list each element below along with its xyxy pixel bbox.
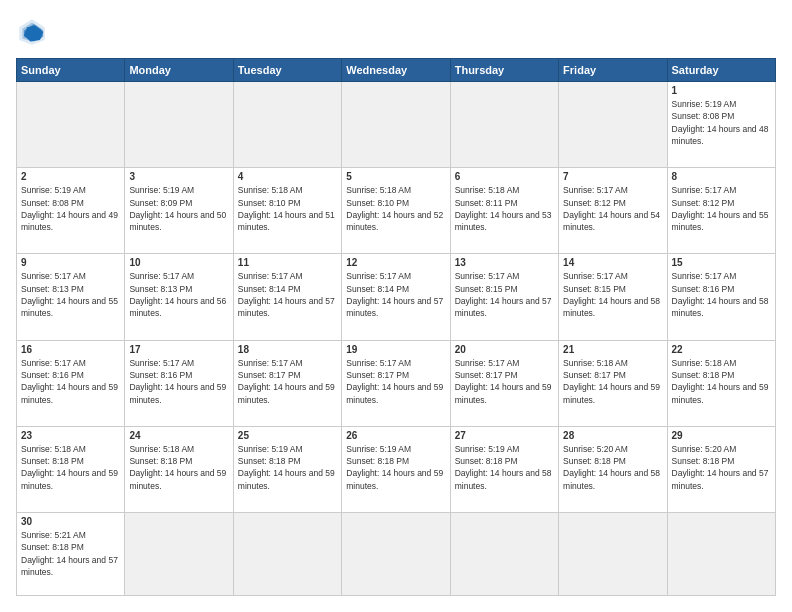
table-cell: 15Sunrise: 5:17 AMSunset: 8:16 PMDayligh…: [667, 254, 775, 340]
sunrise-label: Sunrise: 5:18 AM: [238, 185, 303, 195]
day-info: Sunrise: 5:17 AMSunset: 8:16 PMDaylight:…: [21, 357, 120, 406]
daylight-label: Daylight: 14 hours and 55 minutes.: [21, 296, 118, 318]
sunrise-label: Sunrise: 5:18 AM: [346, 185, 411, 195]
sunrise-label: Sunrise: 5:17 AM: [672, 185, 737, 195]
day-number: 26: [346, 430, 445, 441]
sunset-label: Sunset: 8:13 PM: [21, 284, 84, 294]
header-wednesday: Wednesday: [342, 59, 450, 82]
table-cell: 5Sunrise: 5:18 AMSunset: 8:10 PMDaylight…: [342, 168, 450, 254]
daylight-label: Daylight: 14 hours and 49 minutes.: [21, 210, 118, 232]
day-info: Sunrise: 5:19 AMSunset: 8:09 PMDaylight:…: [129, 184, 228, 233]
day-info: Sunrise: 5:18 AMSunset: 8:10 PMDaylight:…: [238, 184, 337, 233]
day-number: 2: [21, 171, 120, 182]
day-number: 6: [455, 171, 554, 182]
table-cell: 25Sunrise: 5:19 AMSunset: 8:18 PMDayligh…: [233, 426, 341, 512]
sunset-label: Sunset: 8:13 PM: [129, 284, 192, 294]
sunset-label: Sunset: 8:17 PM: [238, 370, 301, 380]
table-cell: [342, 82, 450, 168]
sunset-label: Sunset: 8:18 PM: [672, 456, 735, 466]
sunrise-label: Sunrise: 5:19 AM: [672, 99, 737, 109]
daylight-label: Daylight: 14 hours and 59 minutes.: [346, 382, 443, 404]
header-monday: Monday: [125, 59, 233, 82]
table-cell: 27Sunrise: 5:19 AMSunset: 8:18 PMDayligh…: [450, 426, 558, 512]
sunrise-label: Sunrise: 5:19 AM: [455, 444, 520, 454]
day-info: Sunrise: 5:17 AMSunset: 8:12 PMDaylight:…: [563, 184, 662, 233]
table-cell: 14Sunrise: 5:17 AMSunset: 8:15 PMDayligh…: [559, 254, 667, 340]
sunset-label: Sunset: 8:16 PM: [21, 370, 84, 380]
daylight-label: Daylight: 14 hours and 59 minutes.: [129, 382, 226, 404]
day-number: 15: [672, 257, 771, 268]
sunset-label: Sunset: 8:16 PM: [129, 370, 192, 380]
table-cell: 23Sunrise: 5:18 AMSunset: 8:18 PMDayligh…: [17, 426, 125, 512]
table-cell: 3Sunrise: 5:19 AMSunset: 8:09 PMDaylight…: [125, 168, 233, 254]
calendar-row: 2Sunrise: 5:19 AMSunset: 8:08 PMDaylight…: [17, 168, 776, 254]
sunrise-label: Sunrise: 5:17 AM: [455, 358, 520, 368]
day-info: Sunrise: 5:18 AMSunset: 8:10 PMDaylight:…: [346, 184, 445, 233]
day-number: 7: [563, 171, 662, 182]
day-info: Sunrise: 5:19 AMSunset: 8:08 PMDaylight:…: [672, 98, 771, 147]
table-cell: [450, 82, 558, 168]
day-info: Sunrise: 5:17 AMSunset: 8:16 PMDaylight:…: [672, 270, 771, 319]
day-number: 29: [672, 430, 771, 441]
sunset-label: Sunset: 8:18 PM: [21, 542, 84, 552]
day-number: 9: [21, 257, 120, 268]
daylight-label: Daylight: 14 hours and 57 minutes.: [455, 296, 552, 318]
sunrise-label: Sunrise: 5:18 AM: [129, 444, 194, 454]
weekday-header-row: Sunday Monday Tuesday Wednesday Thursday…: [17, 59, 776, 82]
day-info: Sunrise: 5:18 AMSunset: 8:11 PMDaylight:…: [455, 184, 554, 233]
calendar-row: 1Sunrise: 5:19 AMSunset: 8:08 PMDaylight…: [17, 82, 776, 168]
day-number: 12: [346, 257, 445, 268]
daylight-label: Daylight: 14 hours and 59 minutes.: [455, 382, 552, 404]
day-number: 5: [346, 171, 445, 182]
day-number: 13: [455, 257, 554, 268]
table-cell: 19Sunrise: 5:17 AMSunset: 8:17 PMDayligh…: [342, 340, 450, 426]
table-cell: [450, 513, 558, 596]
day-info: Sunrise: 5:20 AMSunset: 8:18 PMDaylight:…: [672, 443, 771, 492]
day-info: Sunrise: 5:19 AMSunset: 8:18 PMDaylight:…: [455, 443, 554, 492]
daylight-label: Daylight: 14 hours and 59 minutes.: [21, 468, 118, 490]
sunset-label: Sunset: 8:09 PM: [129, 198, 192, 208]
daylight-label: Daylight: 14 hours and 57 minutes.: [346, 296, 443, 318]
table-cell: 29Sunrise: 5:20 AMSunset: 8:18 PMDayligh…: [667, 426, 775, 512]
sunset-label: Sunset: 8:14 PM: [346, 284, 409, 294]
sunset-label: Sunset: 8:17 PM: [346, 370, 409, 380]
header: [16, 16, 776, 48]
day-number: 4: [238, 171, 337, 182]
sunset-label: Sunset: 8:10 PM: [238, 198, 301, 208]
logo-icon: [16, 16, 48, 48]
table-cell: 7Sunrise: 5:17 AMSunset: 8:12 PMDaylight…: [559, 168, 667, 254]
daylight-label: Daylight: 14 hours and 52 minutes.: [346, 210, 443, 232]
table-cell: 11Sunrise: 5:17 AMSunset: 8:14 PMDayligh…: [233, 254, 341, 340]
day-number: 30: [21, 516, 120, 527]
day-number: 25: [238, 430, 337, 441]
sunset-label: Sunset: 8:14 PM: [238, 284, 301, 294]
day-info: Sunrise: 5:17 AMSunset: 8:14 PMDaylight:…: [238, 270, 337, 319]
sunset-label: Sunset: 8:18 PM: [563, 456, 626, 466]
sunrise-label: Sunrise: 5:17 AM: [238, 358, 303, 368]
day-number: 14: [563, 257, 662, 268]
table-cell: 6Sunrise: 5:18 AMSunset: 8:11 PMDaylight…: [450, 168, 558, 254]
daylight-label: Daylight: 14 hours and 57 minutes.: [238, 296, 335, 318]
sunrise-label: Sunrise: 5:20 AM: [672, 444, 737, 454]
daylight-label: Daylight: 14 hours and 51 minutes.: [238, 210, 335, 232]
daylight-label: Daylight: 14 hours and 56 minutes.: [129, 296, 226, 318]
day-info: Sunrise: 5:17 AMSunset: 8:14 PMDaylight:…: [346, 270, 445, 319]
table-cell: [559, 513, 667, 596]
table-cell: 12Sunrise: 5:17 AMSunset: 8:14 PMDayligh…: [342, 254, 450, 340]
table-cell: 20Sunrise: 5:17 AMSunset: 8:17 PMDayligh…: [450, 340, 558, 426]
table-cell: 4Sunrise: 5:18 AMSunset: 8:10 PMDaylight…: [233, 168, 341, 254]
calendar-row: 23Sunrise: 5:18 AMSunset: 8:18 PMDayligh…: [17, 426, 776, 512]
table-cell: 17Sunrise: 5:17 AMSunset: 8:16 PMDayligh…: [125, 340, 233, 426]
sunrise-label: Sunrise: 5:18 AM: [563, 358, 628, 368]
day-info: Sunrise: 5:18 AMSunset: 8:18 PMDaylight:…: [129, 443, 228, 492]
sunrise-label: Sunrise: 5:17 AM: [129, 271, 194, 281]
daylight-label: Daylight: 14 hours and 59 minutes.: [238, 468, 335, 490]
table-cell: 28Sunrise: 5:20 AMSunset: 8:18 PMDayligh…: [559, 426, 667, 512]
sunrise-label: Sunrise: 5:17 AM: [563, 271, 628, 281]
table-cell: 24Sunrise: 5:18 AMSunset: 8:18 PMDayligh…: [125, 426, 233, 512]
day-number: 17: [129, 344, 228, 355]
daylight-label: Daylight: 14 hours and 57 minutes.: [672, 468, 769, 490]
table-cell: 18Sunrise: 5:17 AMSunset: 8:17 PMDayligh…: [233, 340, 341, 426]
daylight-label: Daylight: 14 hours and 58 minutes.: [563, 468, 660, 490]
header-sunday: Sunday: [17, 59, 125, 82]
